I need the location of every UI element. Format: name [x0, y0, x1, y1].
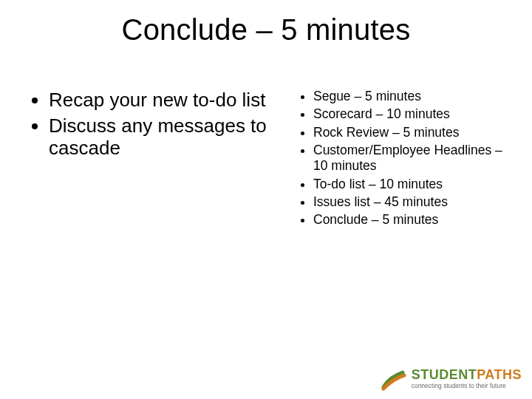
logo-mark-icon	[381, 365, 407, 392]
logo-wordmark: STUDENTPATHS connecting students to thei…	[412, 368, 522, 389]
brand-logo: STUDENTPATHS connecting students to thei…	[381, 365, 522, 392]
logo-word-2: PATHS	[477, 367, 522, 382]
svg-point-0	[400, 371, 403, 374]
list-item: Recap your new to-do list	[49, 89, 275, 112]
list-item: Discuss any messages to cascade	[49, 115, 275, 160]
logo-tagline: connecting students to their future	[412, 383, 522, 389]
list-item: Issues list – 45 minutes	[313, 194, 517, 210]
list-item: Rock Review – 5 minutes	[313, 125, 517, 140]
list-item: Scorecard – 10 minutes	[313, 106, 517, 122]
svg-point-1	[402, 374, 405, 377]
logo-word-1: STUDENT	[412, 367, 477, 382]
slide-title: Conclude – 5 minutes	[0, 13, 532, 47]
slide: Conclude – 5 minutes Recap your new to-d…	[0, 0, 532, 399]
left-bullet-list: Recap your new to-do list Discuss any me…	[31, 89, 275, 160]
right-column: Segue – 5 minutes Scorecard – 10 minutes…	[296, 89, 517, 231]
list-item: Segue – 5 minutes	[313, 89, 517, 104]
logo-text: STUDENTPATHS	[412, 368, 522, 381]
left-column: Recap your new to-do list Discuss any me…	[31, 89, 275, 163]
list-item: To-do list – 10 minutes	[313, 177, 517, 192]
list-item: Customer/Employee Headlines – 10 minutes	[313, 143, 517, 174]
right-bullet-list: Segue – 5 minutes Scorecard – 10 minutes…	[296, 89, 517, 228]
list-item: Conclude – 5 minutes	[313, 212, 517, 228]
